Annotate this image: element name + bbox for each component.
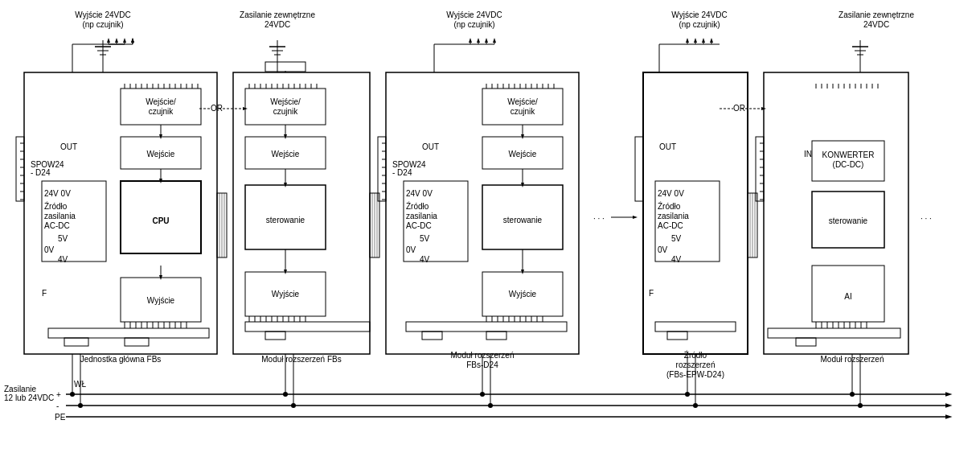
label-zasilanie-input: Zasilanie (4, 385, 36, 393)
bottom-connector4 (655, 322, 736, 332)
dots1: · · · (593, 214, 605, 223)
f-label2: F (649, 289, 654, 298)
sterowanie-label3: sterowanie (829, 216, 868, 225)
bottom-block5 (796, 338, 816, 346)
label-12-24vdc: 12 lub 24VDC (4, 393, 54, 402)
out-label1: OUT (60, 142, 77, 151)
bottom-block3a (422, 332, 442, 340)
label-wyjscie2: Wyjście 24VDC (446, 10, 502, 19)
ai-label: AI (844, 292, 851, 301)
label-jednostka: Jednostka główna FBs (80, 355, 162, 364)
label-5v-2: 5V (420, 234, 430, 243)
sterowanie-label1: sterowanie (266, 216, 305, 224)
label-5v-3: 5V (671, 234, 682, 243)
label-zasilania: zasilania (44, 212, 76, 220)
svg-point-169 (480, 392, 485, 397)
svg-point-175 (693, 403, 698, 408)
out-label2: OUT (422, 142, 439, 151)
svg-point-174 (488, 403, 493, 408)
label-zasilania-2: zasilania (406, 212, 437, 220)
pe-label: PE (55, 413, 66, 422)
label-zrodlo-2: Źródło (406, 201, 429, 211)
label-24vdc1: 24VDC (264, 20, 290, 29)
czujnik-label1: czujnik (149, 107, 174, 116)
bottom-connector2 (245, 322, 370, 332)
label-czujnik2: (np czujnik) (453, 20, 494, 29)
label-czujnik3: (np czujnik) (679, 20, 720, 29)
wejscie-czujnik-label2: Wejście/ (270, 97, 301, 106)
svg-point-173 (291, 403, 296, 408)
label-0v: 0V (44, 245, 55, 254)
label-zasilanie1: Zasilanie zewnętrzne (240, 10, 315, 19)
label-24v-0v: 24V 0V (44, 189, 71, 198)
diagram-container: Wyjście 24VDC (np czujnik) Zasilanie zew… (0, 0, 980, 453)
label-4v-3: 4V (671, 255, 682, 264)
label-wyjscie3: Wyjście 24VDC (671, 10, 727, 19)
bottom-block4 (667, 332, 687, 340)
bottom-block2 (265, 332, 285, 340)
bottom-connector1 (48, 328, 209, 338)
czujnik-label2: czujnik (273, 107, 299, 116)
label-czujnik1: (np czujnik) (82, 20, 123, 29)
label-24v-0v-3: 24V 0V (658, 189, 684, 198)
label-zasilania-3: zasilania (658, 212, 689, 220)
ext-module1-box (233, 72, 370, 354)
bottom-connector5 (768, 328, 900, 338)
label-zrodlo-3: Źródło (658, 201, 681, 211)
bottom-block3b (486, 332, 506, 340)
wejscie-czujnik-label1: Wejście/ (146, 97, 176, 106)
f-label1: F (42, 289, 47, 298)
dots2: · · · (921, 214, 932, 223)
label-ac-dc-3: AC-DC (658, 221, 683, 230)
minus-label: - (56, 402, 59, 410)
label-zrodlo: Źródło (44, 201, 68, 211)
wyjscie-label1: Wyjście (147, 296, 175, 305)
bottom-block1b (125, 338, 149, 346)
bottom-connector3 (406, 322, 567, 332)
label-4v: 4V (58, 255, 68, 264)
konverter-label2: (DC-DC) (833, 160, 864, 169)
label-modul1: Moduł rozszerzeń FBs (261, 355, 341, 364)
wyjscie-label2: Wyjście (272, 290, 300, 299)
wejscie-czujnik-label3: Wejście/ (507, 97, 538, 106)
konverter-label1: KONWERTER (822, 150, 875, 159)
svg-point-176 (858, 403, 863, 408)
label-zasilanie2: Zasilanie zewnętrzne (839, 10, 914, 19)
gnd-block-ext1 (265, 62, 305, 72)
left-connector3 (635, 137, 643, 201)
label-ac-dc-2: AC-DC (406, 221, 432, 230)
label-wyjscie1: Wyjście 24VDC (75, 10, 130, 19)
wyjscie-label3: Wyjście (509, 290, 537, 299)
svg-point-167 (70, 392, 75, 397)
wejscie-label2: Wejście (272, 150, 300, 159)
label-0v-3: 0V (658, 245, 668, 254)
plus-label: + (56, 390, 61, 399)
svg-point-172 (78, 403, 83, 408)
label-24v-0v-2: 24V 0V (406, 189, 433, 198)
wejscie-label1: Wejście (147, 150, 175, 159)
label-0v-2: 0V (406, 245, 416, 254)
ext-module4-box (764, 72, 908, 354)
svg-point-170 (685, 392, 690, 397)
cpu-label: CPU (152, 216, 169, 225)
label-d24: - D24 (31, 168, 51, 177)
label-24vdc2: 24VDC (863, 20, 889, 29)
wejscie-label3: Wejście (509, 150, 537, 159)
czujnik-label3: czujnik (511, 107, 536, 116)
label-ac-dc: AC-DC (44, 221, 70, 230)
in-label: IN (804, 150, 812, 159)
label-5v: 5V (58, 234, 68, 243)
sterowanie-label2: sterowanie (503, 216, 543, 224)
svg-point-171 (850, 392, 855, 397)
out-label3: OUT (659, 142, 676, 151)
label-4v-2: 4V (420, 255, 430, 264)
svg-point-168 (283, 392, 288, 397)
label-d24-2: - D24 (392, 168, 412, 177)
bottom-block1a (64, 338, 88, 346)
